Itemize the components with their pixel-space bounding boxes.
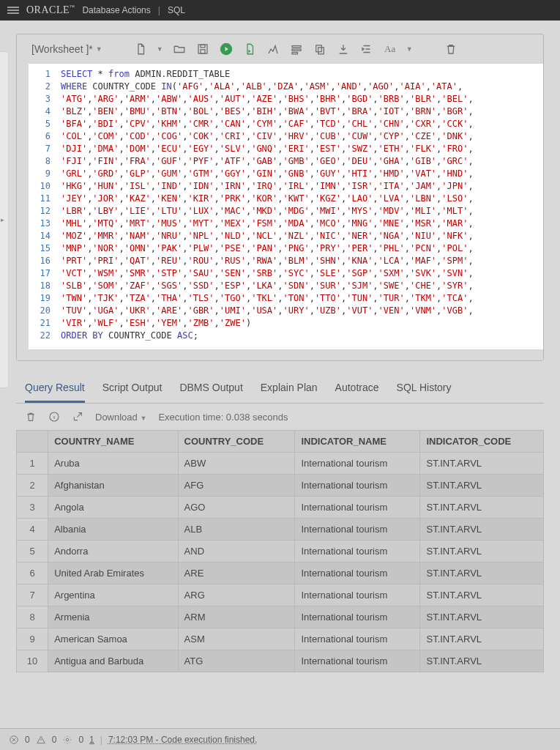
code-line[interactable]: 7'DJI','DMA','DOM','ECU','EGY','SLV','GN… [29,143,543,155]
cell-country-name: American Samoa [48,628,178,650]
svg-rect-1 [201,45,205,48]
table-row[interactable]: 2AfghanistanAFGInternational tourismST.I… [17,475,544,497]
table-row[interactable]: 9American SamoaASMInternational tourismS… [17,628,544,650]
code-line[interactable]: 21'VIR','WLF','ESH','YEM','ZMB','ZWE') [29,317,543,330]
cell-indicator-name: International tourism [295,562,420,584]
cell-indicator-name: International tourism [295,628,420,650]
trash-icon[interactable] [444,42,458,56]
code-line[interactable]: 16'PRT','PRI','QAT','REU','ROU','RUS','R… [29,255,543,267]
code-line[interactable]: 2WHERE COUNTRY_CODE IN('AFG','ALA','ALB'… [29,81,543,93]
table-row[interactable]: 8ArmeniaARMInternational tourismST.INT.A… [17,606,544,628]
code-line[interactable]: 17'VCT','WSM','SMR','STP','SAU','SEN','S… [29,267,543,280]
row-number: 4 [17,519,48,541]
table-row[interactable]: 4AlbaniaALBInternational tourismST.INT.A… [17,519,544,541]
svg-rect-0 [198,45,207,53]
tab-script-output[interactable]: Script Output [102,382,163,403]
cell-indicator-name: International tourism [295,650,420,672]
download-button[interactable]: Download ▼ [95,412,146,423]
cell-country-code: ALB [178,519,295,541]
cell-country-name: Angola [48,497,178,519]
open-external-icon[interactable] [72,411,83,423]
code-line[interactable]: 22ORDER BY COUNTRY_CODE ASC; [29,330,543,342]
table-row[interactable]: 6United Arab EmiratesAREInternational to… [17,562,544,584]
cell-country-name: Albania [48,519,178,541]
autotrace-icon[interactable] [289,42,304,56]
code-line[interactable]: 5'BFA','BDI','CPV','KHM','CMR','CAN','CY… [29,118,543,130]
row-number-header [17,431,48,453]
svg-rect-4 [292,46,301,48]
warning-icon[interactable] [36,735,46,745]
code-line[interactable]: 20'TUV','UGA','UKR','ARE','GBR','UMI','U… [29,305,543,317]
row-number: 5 [17,541,48,562]
row-number: 8 [17,606,48,628]
cell-country-code: ABW [178,453,295,475]
menu-icon[interactable] [7,7,19,14]
code-line[interactable]: 6'COL','COM','COD','COG','COK','CRI','CI… [29,130,543,143]
table-row[interactable]: 10Antigua and BarbudaATGInternational to… [17,650,544,672]
code-line[interactable]: 11'JEY','JOR','KAZ','KEN','KIR','PRK','K… [29,193,543,205]
font-size-icon[interactable]: Aa [383,42,397,56]
trash-icon[interactable] [25,411,37,423]
table-row[interactable]: 5AndorraANDInternational tourismST.INT.A… [17,541,544,562]
table-row[interactable]: 3AngolaAGOInternational tourismST.INT.AR… [17,497,544,519]
cell-indicator-code: ST.INT.ARVL [420,628,544,650]
run-button[interactable] [219,42,234,56]
open-folder-icon[interactable] [172,42,187,56]
row-number: 3 [17,497,48,519]
col-indicator-code[interactable]: INDICATOR_CODE [420,431,544,453]
code-line[interactable]: 19'TWN','TJK','TZA','THA','TLS','TGO','T… [29,292,543,305]
new-file-icon[interactable] [133,42,148,56]
left-drawer-handle[interactable] [0,51,9,388]
save-icon[interactable] [195,42,210,56]
cell-country-code: ASM [178,628,295,650]
table-row[interactable]: 1ArubaABWInternational tourismST.INT.ARV… [17,453,544,475]
worksheet-tab[interactable]: [Worksheet ]* ▼ [31,43,102,55]
chevron-down-icon[interactable]: ▼ [406,45,413,53]
cell-country-code: AFG [178,475,295,497]
info-icon[interactable] [48,411,60,423]
download-icon[interactable] [336,42,351,56]
indent-icon[interactable] [359,42,374,56]
sql-editor[interactable]: 1SELECT * from ADMIN.REDDIT_TABLE2WHERE … [29,64,543,349]
col-country-code[interactable]: COUNTRY_CODE [178,431,295,453]
cell-indicator-code: ST.INT.ARVL [420,650,544,672]
svg-rect-2 [201,50,205,53]
tab-sql-history[interactable]: SQL History [397,382,452,403]
code-line[interactable]: 9'GRL','GRD','GLP','GUM','GTM','GGY','GI… [29,168,543,180]
code-line[interactable]: 15'MNP','NOR','OMN','PAK','PLW','PSE','P… [29,242,543,255]
cell-indicator-name: International tourism [295,453,420,475]
tab-dbms-output[interactable]: DBMS Output [179,382,242,403]
col-indicator-name[interactable]: INDICATOR_NAME [295,431,420,453]
svg-point-11 [67,738,70,741]
code-line[interactable]: 10'HKG','HUN','ISL','IND','IDN','IRN','I… [29,180,543,193]
table-row[interactable]: 7ArgentinaARGInternational tourismST.INT… [17,584,544,606]
code-line[interactable]: 18'SLB','SOM','ZAF','SGS','SSD','ESP','L… [29,280,543,292]
cell-indicator-code: ST.INT.ARVL [420,497,544,519]
col-country-name[interactable]: COUNTRY_NAME [48,431,178,453]
cell-indicator-code: ST.INT.ARVL [420,453,544,475]
chevron-down-icon: ▼ [96,45,102,53]
explain-plan-icon[interactable] [266,42,280,56]
cell-indicator-name: International tourism [295,584,420,606]
run-script-icon[interactable] [242,42,257,56]
code-line[interactable]: 13'MHL','MTQ','MRT','MUS','MYT','MEX','F… [29,218,543,230]
tab-explain-plan[interactable]: Explain Plan [261,382,318,403]
code-line[interactable]: 8'FJI','FIN','FRA','GUF','PYF','ATF','GA… [29,155,543,168]
code-line[interactable]: 12'LBR','LBY','LIE','LTU','LUX','MAC','M… [29,205,543,218]
code-line[interactable]: 3'ATG','ARG','ARM','ABW','AUS','AUT','AZ… [29,93,543,105]
cell-indicator-name: International tourism [295,606,420,628]
svg-rect-5 [292,49,301,51]
error-icon[interactable] [9,735,19,745]
gear-icon[interactable] [62,735,72,745]
chevron-down-icon[interactable]: ▼ [157,45,163,53]
product-title: Database Actions [82,5,150,15]
code-line[interactable]: 14'MOZ','MMR','NAM','NRU','NPL','NLD','N… [29,230,543,242]
tab-query-result[interactable]: Query Result [25,382,85,403]
code-line[interactable]: 4'BLZ','BEN','BMU','BTN','BOL','BES','BI… [29,105,543,118]
status-message[interactable]: 7:12:03 PM - Code execution finished. [108,735,257,745]
result-tabs: Query Result Script Output DBMS Output E… [16,374,544,404]
cell-country-code: ARG [178,584,295,606]
copy-icon[interactable] [313,42,327,56]
tab-autotrace[interactable]: Autotrace [335,382,379,403]
code-line[interactable]: 1SELECT * from ADMIN.REDDIT_TABLE [29,68,543,81]
